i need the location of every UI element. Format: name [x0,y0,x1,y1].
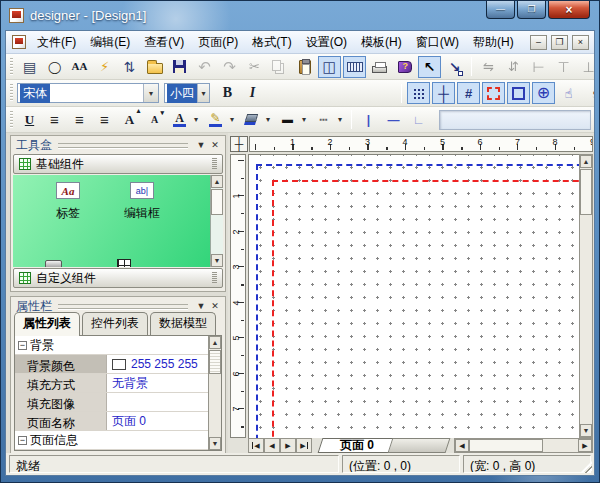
label-tool[interactable]: Aa标签 [37,182,99,222]
pen-color-dropdown[interactable]: ▾ [226,109,238,131]
page-tab[interactable]: 页面 0 [318,438,397,453]
scroll-up-button[interactable]: ▲ [211,175,223,188]
open-button[interactable] [143,56,166,78]
toolbar-grip[interactable] [10,84,13,102]
mdi-minimize-button[interactable]: – [530,35,547,50]
selection-marquee-button[interactable] [482,82,505,104]
tab-3[interactable]: 数据模型 [150,312,216,335]
vertical-line-button[interactable]: | [357,109,380,131]
menu-item[interactable]: 帮助(H) [466,31,521,54]
print-button[interactable] [368,56,391,78]
close-panel-button[interactable]: ✕ [208,300,222,313]
menu-item[interactable]: 页面(P) [191,31,245,54]
design-sheet[interactable] [248,154,579,438]
titlebar[interactable]: designer - [Design1] —❐× [1,1,599,30]
underline-button[interactable]: U [18,109,41,131]
scrollbar-thumb[interactable] [209,350,221,374]
collapse-panel-button[interactable]: ▼ [194,139,208,152]
font-preview-button[interactable]: AA [68,56,91,78]
toolbox-scrollbar[interactable]: ▲ ▼ [210,175,223,267]
page-prev-button[interactable]: ◀ [264,438,280,453]
page-last-button[interactable]: ▶ [296,438,312,453]
close-button[interactable]: × [548,1,590,19]
grid-toggle-button[interactable] [407,82,430,104]
chevron-down-icon[interactable]: ▾ [197,84,209,102]
menu-item[interactable]: 文件(F) [30,31,83,54]
guides-toggle-button[interactable]: ┼ [432,82,455,104]
mdi-close-button[interactable]: × [572,35,589,50]
new-page-button[interactable]: ▤ [18,56,41,78]
font-color-button[interactable]: A [168,109,191,131]
shape-tool-button[interactable]: ◯ [43,56,66,78]
text-align-right-button[interactable]: ≡ [93,109,116,131]
line-style-button[interactable]: ┅ [312,109,335,131]
menu-item[interactable]: 格式(T) [245,31,298,54]
toolbox-caption[interactable]: 工具盒 ▼ ✕ [11,136,225,152]
properties-caption[interactable]: 属性栏 ▼ ✕ [11,297,225,313]
horizontal-line-button[interactable]: — [382,109,405,131]
collapse-icon[interactable]: − [18,436,27,445]
minimize-button[interactable]: — [486,1,515,19]
position-tool-button[interactable]: ⇅ [118,56,141,78]
collapse-icon[interactable]: − [18,341,27,350]
scroll-down-button[interactable]: ▼ [209,437,221,450]
property-row[interactable]: 背景颜色255 255 255 [15,355,221,374]
menu-item[interactable]: 设置(O) [299,31,354,54]
text-align-center-button[interactable]: ≡ [68,109,91,131]
canvas-vertical-scrollbar[interactable]: ▲ ▼ [579,154,593,438]
canvas-horizontal-scrollbar[interactable]: ◀ ▶ [454,438,593,453]
grid-tool-icon[interactable] [117,259,131,267]
snap-objects-button[interactable]: ⊕ [532,82,555,104]
italic-button[interactable]: I [241,82,264,104]
ruler-origin-button[interactable]: ┼ [230,136,248,152]
text-align-left-button[interactable]: ≡ [43,109,66,131]
section-basic-components[interactable]: 基础组件 [13,154,223,174]
select-tool-button[interactable]: ↖ [418,56,441,78]
line-width-button[interactable]: ▬ [276,109,299,131]
quick-style-button[interactable]: ⚡ [93,56,116,78]
font-size-select[interactable]: 小四 ▾ [164,83,210,103]
property-group-row[interactable]: −背景 [15,336,221,355]
editbox-tool[interactable]: ab|编辑框 [111,182,173,222]
corner-line-button[interactable]: ∟ [407,109,430,131]
scroll-up-button[interactable]: ▲ [209,336,221,349]
scrollbar-track[interactable] [543,439,578,452]
property-row[interactable]: 页面名称页面 0 [15,412,221,431]
fill-color-button[interactable] [240,109,263,131]
line-style-dropdown[interactable]: ▾ [334,109,346,131]
save-button[interactable] [168,56,191,78]
font-family-select[interactable]: 宋体 ▾ [17,83,159,103]
page-first-button[interactable]: ◀ [248,438,264,453]
close-panel-button[interactable]: ✕ [208,139,222,152]
chevron-down-icon[interactable]: ▾ [143,84,158,102]
help-book-button[interactable] [393,56,416,78]
paste-button[interactable] [293,56,316,78]
scrollbar-thumb[interactable] [211,189,223,215]
pen-color-button[interactable]: ✎ [204,109,227,131]
font-decrease-button[interactable]: A [143,109,166,131]
toolbar-grip[interactable] [10,58,13,76]
toolbar-grip[interactable] [10,111,13,129]
line-width-dropdown[interactable]: ▾ [298,109,310,131]
fill-color-dropdown[interactable]: ▾ [262,109,274,131]
scrollbar-thumb[interactable] [469,439,543,452]
scroll-down-button[interactable]: ▼ [580,424,592,437]
tab-2[interactable]: 控件列表 [82,312,148,335]
menu-item[interactable]: 窗口(W) [409,31,466,54]
menu-item[interactable]: 编辑(E) [83,31,137,54]
property-row[interactable]: 填充图像 [15,393,221,412]
mdi-restore-button[interactable]: ❐ [551,35,568,50]
hand-tool-button[interactable]: ☝ [557,82,580,104]
snap-grid-button[interactable]: # [457,82,480,104]
property-group-row[interactable]: −页面信息 [15,431,221,450]
font-color-dropdown[interactable]: ▾ [190,109,202,131]
button-tool-icon[interactable] [45,260,62,267]
tab-1[interactable]: 属性列表 [14,312,80,336]
toggle-ruler-button[interactable] [343,56,366,78]
maximize-button[interactable]: ❐ [517,1,546,19]
connector-tool-button[interactable]: ↘ [443,56,466,78]
scroll-up-button[interactable]: ▲ [580,155,592,168]
page-next-button[interactable]: ▶ [280,438,296,453]
font-increase-button[interactable]: A [118,109,141,131]
page-frame-button[interactable] [507,82,530,104]
